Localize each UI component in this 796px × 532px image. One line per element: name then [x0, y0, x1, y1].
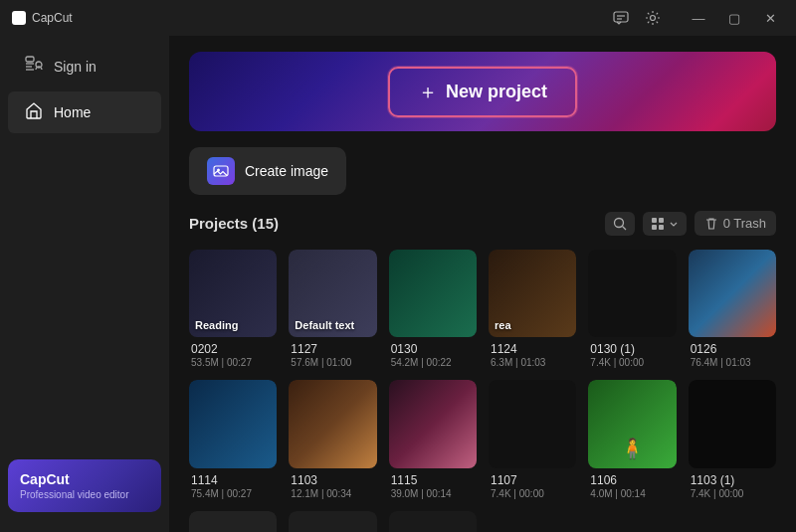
new-project-button[interactable]: ＋ New project: [388, 67, 577, 117]
project-thumb-label: rea: [495, 319, 511, 331]
project-name: 1114: [191, 473, 275, 487]
project-item[interactable]: Default text112757.6M | 01:00: [289, 250, 376, 368]
title-bar-controls: — ▢ ✕: [613, 4, 784, 32]
project-item[interactable]: 013054.2M | 00:22: [389, 250, 477, 368]
project-name: 1107: [491, 473, 574, 487]
title-bar: CapCut — ▢ ✕: [0, 0, 796, 36]
create-image-label: Create image: [245, 163, 328, 179]
project-meta: 54.2M | 00:22: [391, 357, 475, 368]
project-item[interactable]: 111475.4M | 00:27: [189, 380, 277, 498]
project-item[interactable]: 111539.0M | 00:14: [389, 380, 477, 498]
project-meta: 7.4K | 00:00: [590, 357, 674, 368]
sidebar: Sign in Home CapCut Professional video e…: [0, 36, 169, 532]
project-name: 1115: [391, 473, 475, 487]
sidebar-item-home[interactable]: Home: [8, 91, 161, 133]
project-item[interactable]: 012676.4M | 01:03: [689, 250, 776, 368]
project-item[interactable]: [389, 511, 477, 532]
svg-point-3: [651, 16, 656, 21]
project-item[interactable]: [289, 511, 376, 532]
project-meta: 12.1M | 00:34: [291, 488, 374, 499]
project-item[interactable]: Reading020253.5M | 00:27: [189, 250, 277, 368]
svg-line-12: [622, 226, 626, 230]
project-meta: 39.0M | 00:14: [391, 488, 475, 499]
project-name: 1127: [291, 342, 374, 356]
projects-tools: 0 Trash: [605, 211, 776, 236]
project-meta: 57.6M | 01:00: [291, 357, 374, 368]
project-item[interactable]: 🧍11064.0M | 00:14: [588, 380, 676, 498]
project-meta: 4.0M | 00:14: [590, 488, 674, 499]
project-name: 0130: [391, 342, 475, 356]
svg-rect-16: [659, 225, 664, 230]
svg-point-11: [614, 218, 623, 227]
svg-rect-4: [26, 57, 34, 62]
projects-section: Projects (15): [189, 211, 776, 532]
create-image-button[interactable]: Create image: [189, 147, 346, 195]
project-item[interactable]: [189, 511, 277, 532]
project-meta: 53.5M | 00:27: [191, 357, 275, 368]
project-name: 0130 (1): [590, 342, 674, 356]
project-item[interactable]: rea11246.3M | 01:03: [489, 250, 576, 368]
home-label: Home: [54, 104, 91, 120]
project-meta: 76.4M | 01:03: [691, 357, 774, 368]
svg-rect-0: [614, 12, 628, 22]
project-meta: 7.4K | 00:00: [691, 488, 774, 499]
view-toggle-button[interactable]: [643, 212, 687, 236]
project-thumb-label: Default text: [295, 319, 354, 331]
search-button[interactable]: [605, 212, 635, 236]
capcut-card-subtitle: Professional video editor: [20, 489, 149, 500]
svg-rect-14: [659, 218, 664, 223]
project-item[interactable]: 0130 (1)7.4K | 00:00: [588, 250, 676, 368]
project-thumb-label: Reading: [195, 319, 238, 331]
project-meta: 75.4M | 00:27: [191, 488, 275, 499]
project-meta: 7.4K | 00:00: [491, 488, 574, 499]
plus-icon: ＋: [418, 79, 438, 105]
project-name: 0202: [191, 342, 275, 356]
projects-title: Projects (15): [189, 215, 279, 232]
hero-banner: ＋ New project: [189, 52, 776, 131]
project-name: 1106: [590, 473, 674, 487]
capcut-card-title: CapCut: [20, 471, 149, 487]
trash-label: 0 Trash: [723, 216, 766, 231]
project-item[interactable]: 110312.1M | 00:34: [289, 380, 376, 498]
trash-button[interactable]: 0 Trash: [695, 211, 776, 236]
content-area: ＋ New project Create image Projects: [169, 36, 796, 532]
close-button[interactable]: ✕: [756, 4, 784, 32]
signin-label: Sign in: [54, 59, 97, 75]
maximize-button[interactable]: ▢: [720, 4, 748, 32]
title-bar-left: CapCut: [12, 11, 73, 25]
svg-rect-13: [652, 218, 657, 223]
window-controls: — ▢ ✕: [685, 4, 784, 32]
project-meta: 6.3M | 01:03: [491, 357, 574, 368]
main-layout: Sign in Home CapCut Professional video e…: [0, 36, 796, 532]
create-image-icon: [207, 157, 235, 185]
app-logo: [12, 11, 26, 25]
project-name: 1103: [291, 473, 374, 487]
signin-icon: [24, 56, 44, 78]
projects-grid: Reading020253.5M | 00:27Default text1127…: [189, 250, 776, 532]
project-item[interactable]: 1103 (1)7.4K | 00:00: [689, 380, 776, 498]
settings-icon[interactable]: [645, 10, 661, 26]
capcut-card[interactable]: CapCut Professional video editor: [8, 459, 161, 512]
svg-rect-15: [652, 225, 657, 230]
project-name: 1124: [491, 342, 574, 356]
home-icon: [24, 101, 44, 123]
new-project-label: New project: [446, 82, 547, 102]
project-name: 0126: [691, 342, 774, 356]
minimize-button[interactable]: —: [685, 4, 712, 32]
project-name: 1103 (1): [691, 473, 774, 487]
sidebar-item-signin[interactable]: Sign in: [8, 46, 161, 88]
project-item[interactable]: 11077.4K | 00:00: [489, 380, 576, 498]
projects-header: Projects (15): [189, 211, 776, 236]
sidebar-bottom: CapCut Professional video editor: [0, 447, 169, 524]
feedback-icon[interactable]: [613, 10, 629, 26]
app-name: CapCut: [32, 11, 73, 25]
